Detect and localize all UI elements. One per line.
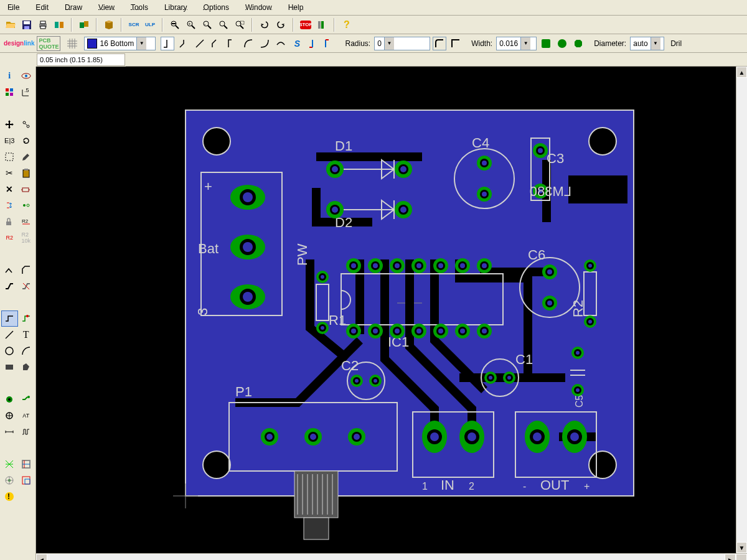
scroll-right-icon[interactable]: ► — [725, 554, 736, 560]
open-button[interactable] — [4, 18, 17, 32]
save-button[interactable] — [20, 18, 34, 32]
zoom-redraw-button[interactable] — [217, 18, 230, 32]
wire-bend-5-button[interactable] — [242, 37, 255, 50]
wire-bend-free-button[interactable]: S — [290, 37, 304, 50]
pcb-quote-button[interactable]: PCBQUOTE — [37, 36, 60, 51]
cam-button[interactable] — [52, 18, 66, 32]
radius-dropdown[interactable]: 0 ▼ — [374, 37, 430, 50]
menu-edit[interactable]: Edit — [33, 2, 51, 13]
menu-draw[interactable]: Draw — [62, 2, 85, 13]
scroll-down-icon[interactable]: ▼ — [736, 542, 747, 553]
change-tool[interactable] — [18, 149, 35, 165]
menu-library[interactable]: Library — [162, 2, 190, 13]
dimension-tool[interactable] — [1, 424, 18, 440]
layer-dropdown[interactable]: 16 Bottom ▼ — [84, 37, 156, 50]
wire-free-tool[interactable] — [18, 310, 35, 327]
wire-bend-3-button[interactable] — [209, 37, 223, 50]
errors-tool[interactable]: ! — [1, 488, 18, 505]
signal-tool[interactable] — [18, 391, 35, 408]
split-tool[interactable] — [1, 262, 18, 278]
scroll-up-icon[interactable]: ▲ — [736, 67, 747, 78]
wire-bend-0-button[interactable] — [161, 37, 174, 50]
go-button[interactable] — [315, 18, 329, 32]
menu-view[interactable]: View — [96, 2, 117, 13]
show-tool[interactable] — [18, 68, 35, 84]
attribute-tool[interactable]: AT — [18, 408, 35, 424]
redo-button[interactable] — [274, 18, 288, 32]
route-tool[interactable] — [1, 278, 18, 294]
menu-help[interactable]: Help — [286, 2, 306, 13]
stop-button[interactable]: STOP — [299, 18, 312, 32]
rect-tool[interactable] — [1, 359, 18, 375]
replace-tool[interactable] — [18, 197, 35, 213]
drc-tool[interactable] — [18, 472, 35, 488]
circle-tool[interactable] — [1, 343, 18, 359]
line-tool[interactable] — [1, 327, 18, 343]
print-button[interactable] — [36, 18, 50, 32]
smash-tool[interactable]: R2 — [18, 213, 35, 230]
wire-bend-6-button[interactable] — [258, 37, 271, 50]
value-tool[interactable]: R210k — [18, 230, 35, 246]
info-tool[interactable]: i — [1, 68, 18, 84]
horizontal-scrollbar[interactable]: ◄ ► — [36, 553, 747, 560]
wire-bend-4-button[interactable] — [225, 37, 239, 50]
via-octagon-button[interactable] — [571, 37, 585, 50]
polygon-tool[interactable] — [18, 359, 35, 375]
designlink-button[interactable]: designlink — [4, 40, 34, 47]
ratsnest-tool[interactable] — [1, 456, 18, 472]
brd-sch-switch-button[interactable] — [77, 18, 91, 32]
via-tool[interactable] — [1, 391, 18, 408]
display-tool[interactable] — [1, 84, 18, 100]
move-tool[interactable] — [1, 116, 18, 133]
mark-tool[interactable]: .5 — [18, 84, 35, 100]
lock-tool[interactable] — [1, 213, 18, 230]
scroll-left-icon[interactable]: ◄ — [36, 554, 47, 560]
wire-tool[interactable] — [1, 310, 18, 327]
vertical-scrollbar[interactable]: ▲ ▼ — [736, 67, 747, 553]
arc-tool[interactable] — [18, 343, 35, 359]
ripup-tool[interactable] — [18, 278, 35, 294]
zoom-out-button[interactable]: - — [200, 18, 214, 32]
diameter-dropdown[interactable]: auto ▼ — [630, 37, 664, 50]
miter-round-button[interactable] — [433, 37, 446, 50]
help-button[interactable]: ? — [340, 18, 354, 32]
erc-tool[interactable] — [1, 472, 18, 488]
zoom-select-button[interactable] — [233, 18, 247, 32]
ulp-button[interactable]: ULP — [143, 18, 157, 32]
paste-tool[interactable] — [18, 165, 35, 181]
wire-bend-2-button[interactable] — [193, 37, 207, 50]
width-dropdown[interactable]: 0.016 ▼ — [496, 37, 537, 50]
meander-tool[interactable] — [18, 424, 35, 440]
zoom-fit-button[interactable] — [168, 18, 182, 32]
wire-bend-1-button[interactable] — [177, 37, 190, 50]
text-tool[interactable]: T — [18, 327, 35, 343]
pcb-canvas[interactable]: Bat + 3 D1 D2 PW — [36, 67, 747, 553]
menu-tools[interactable]: Tools — [128, 2, 151, 13]
mirror-tool[interactable]: E|3 — [1, 133, 18, 149]
menu-file[interactable]: File — [5, 2, 22, 13]
delete-tool[interactable]: ✕ — [1, 181, 18, 197]
group-tool[interactable] — [1, 149, 18, 165]
library-button[interactable] — [102, 18, 116, 32]
add-tool[interactable] — [18, 181, 35, 197]
auto-tool[interactable] — [18, 456, 35, 472]
script-button[interactable]: SCR — [127, 18, 141, 32]
rotate-tool[interactable] — [18, 133, 35, 149]
wire-bend-ml-button[interactable] — [306, 37, 320, 50]
grid-button[interactable] — [65, 37, 79, 50]
miter-tool[interactable] — [18, 262, 35, 278]
hole-tool[interactable] — [1, 408, 18, 424]
undo-button[interactable] — [258, 18, 271, 32]
menu-options[interactable]: Options — [201, 2, 232, 13]
via-round-button[interactable] — [555, 37, 569, 50]
zoom-in-button[interactable]: + — [184, 18, 198, 32]
cut-tool[interactable]: ✂ — [1, 165, 18, 181]
coords-input[interactable] — [37, 54, 125, 65]
pinswap-tool[interactable] — [1, 197, 18, 213]
via-square-button[interactable] — [539, 37, 553, 50]
name-tool[interactable]: R2 — [1, 230, 18, 246]
miter-straight-button[interactable] — [449, 37, 463, 50]
menu-window[interactable]: Window — [243, 2, 275, 13]
wire-bend-7-button[interactable] — [274, 37, 288, 50]
copy-tool[interactable] — [18, 116, 35, 133]
